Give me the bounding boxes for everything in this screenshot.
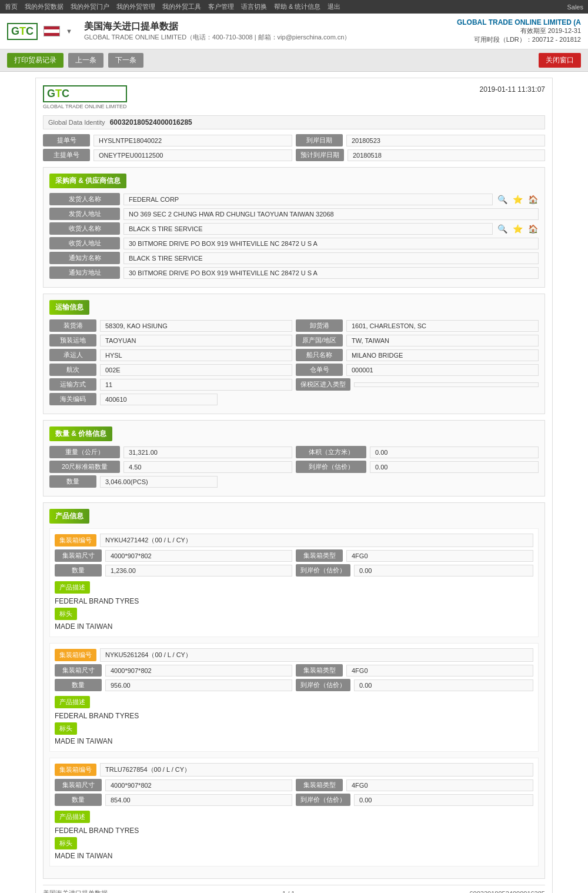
identity-row: Global Data Identity 6003201805240000162… bbox=[43, 115, 545, 129]
consignee-search-icon[interactable]: 🔍 bbox=[496, 223, 508, 235]
doc-header: GTC GLOBAL TRADE ONLINE LIMITED 2019-01-… bbox=[43, 85, 545, 109]
p2-row1: 集装箱尺寸 4000*907*802 集装箱类型 4FG0 bbox=[55, 664, 533, 677]
in-bond-field: 仓单号 000001 bbox=[296, 364, 539, 376]
nav-language[interactable]: 语言切换 bbox=[241, 2, 267, 11]
page-title: 美国海关进口提单数据 bbox=[84, 21, 351, 33]
est-arrival-value: 20180518 bbox=[348, 149, 545, 161]
quantity-price-header: 数量 & 价格信息 bbox=[49, 426, 112, 441]
quantity-value: 3,046.00(PCS) bbox=[100, 476, 218, 488]
container20-field: 20尺标准箱数量 4.50 bbox=[49, 461, 292, 473]
p3-container-no-value: TRLU7627854（00 / L / CY） bbox=[100, 763, 533, 777]
p1-type-label: 集装箱类型 bbox=[296, 549, 343, 562]
p3-qty-field: 数量 854.00 bbox=[55, 794, 292, 806]
departure-port-value: 58309, KAO HSIUNG bbox=[100, 320, 292, 332]
nav-trade-manage[interactable]: 我的外贸管理 bbox=[116, 2, 155, 11]
p3-desc-block: 产品描述 FEDERAL BRAND TYRES 标头 MADE IN TAIW… bbox=[55, 808, 533, 860]
p3-size-field: 集装箱尺寸 4000*907*802 bbox=[55, 779, 292, 791]
transport-row5: 运输方式 11 保税区进入类型 bbox=[49, 378, 539, 391]
p3-container-no-row: 集装箱编号 TRLU7627854（00 / L / CY） bbox=[55, 763, 533, 777]
nav-help[interactable]: 帮助 & 统计信息 bbox=[274, 2, 320, 11]
nav-trade-tools[interactable]: 我的外贸工具 bbox=[162, 2, 201, 11]
p3-price-label: 到岸价（估价） bbox=[296, 794, 350, 806]
p1-container-no-label: 集装箱编号 bbox=[55, 534, 96, 547]
shipper-star-icon[interactable]: ⭐ bbox=[512, 194, 523, 205]
nav-logout[interactable]: 退出 bbox=[328, 2, 340, 11]
p1-price-field: 到岸价（估价） 0.00 bbox=[296, 564, 533, 577]
p1-desc-block: 产品描述 FEDERAL BRAND TYRES 标头 MADE IN TAIW… bbox=[55, 579, 533, 631]
doc-footer-page: 1 / 1 bbox=[282, 890, 295, 894]
voyage-value: 002E bbox=[100, 364, 292, 376]
volume-label: 体积（立方米） bbox=[296, 446, 366, 458]
country-field: 原产国/地区 TW, TAIWAN bbox=[296, 334, 539, 346]
doc-timestamp: 2019-01-11 11:31:07 bbox=[480, 85, 545, 94]
expiry-date: 有效期至 2019-12-31 bbox=[457, 26, 581, 35]
p1-type-field: 集装箱类型 4FG0 bbox=[296, 549, 533, 562]
p2-size-label: 集装箱尺寸 bbox=[55, 664, 102, 677]
voyage-field: 航次 002E bbox=[49, 364, 292, 376]
quantity-price-section: 数量 & 价格信息 重量（公斤） 31,321.00 体积（立方米） 0.00 … bbox=[43, 420, 545, 497]
consignee-addr-value: 30 BITMORE DRIVE PO BOX 919 WHITEVILLE N… bbox=[123, 238, 539, 249]
qty-row2: 20尺标准箱数量 4.50 到岸价（估价） 0.00 bbox=[49, 461, 539, 473]
destination-port-value: 1601, CHARLESTON, SC bbox=[346, 320, 539, 332]
weight-label: 重量（公斤） bbox=[49, 446, 120, 458]
nav-links: 首页 我的外贸数据 我的外贸门户 我的外贸管理 我的外贸工具 客户管理 语言切换… bbox=[5, 2, 340, 11]
buyer-supplier-section: 采购商 & 供应商信息 发货人名称 FEDERAL CORP 🔍 ⭐ 🏠 发货人… bbox=[43, 167, 545, 288]
p2-desc-block: 产品描述 FEDERAL BRAND TYRES 标头 MADE IN TAIW… bbox=[55, 694, 533, 745]
volume-field: 体积（立方米） 0.00 bbox=[296, 446, 539, 458]
ldr-info: 可用时段（LDR）：200712 - 201812 bbox=[457, 35, 581, 44]
main-content: GTC GLOBAL TRADE ONLINE LIMITED 2019-01-… bbox=[0, 72, 588, 893]
p3-type-label: 集装箱类型 bbox=[296, 779, 343, 791]
nav-trade-data[interactable]: 我的外贸数据 bbox=[25, 2, 64, 11]
products-header: 产品信息 bbox=[49, 509, 89, 524]
bill-no-field: 提单号 HYSLNTPE18040022 bbox=[43, 134, 292, 146]
nav-customers[interactable]: 客户管理 bbox=[208, 2, 234, 11]
pre-load-value: TAOYUAN bbox=[100, 335, 292, 346]
header-left: GTC ▼ 美国海关进口提单数据 GLOBAL TRADE ONLINE LIM… bbox=[7, 21, 350, 42]
p1-desc-value: FEDERAL BRAND TYRES bbox=[55, 597, 533, 605]
doc-footer-id: 600320180524000016285 bbox=[470, 890, 545, 894]
p2-price-field: 到岸价（估价） 0.00 bbox=[296, 679, 533, 691]
consignee-addr-row: 收货人地址 30 BITMORE DRIVE PO BOX 919 WHITEV… bbox=[49, 237, 539, 249]
vessel-label: 船只名称 bbox=[296, 349, 343, 361]
shipper-addr-label: 发货人地址 bbox=[49, 208, 120, 220]
container20-label: 20尺标准箱数量 bbox=[49, 461, 120, 473]
departure-port-label: 装货港 bbox=[49, 319, 96, 332]
nav-trade-portal[interactable]: 我的外贸门户 bbox=[71, 2, 109, 11]
p1-type-value: 4FG0 bbox=[346, 550, 533, 562]
p1-mark-value: MADE IN TAIWAN bbox=[55, 622, 533, 631]
p3-container-no-label: 集装箱编号 bbox=[55, 764, 96, 776]
close-button[interactable]: 关闭窗口 bbox=[539, 53, 581, 68]
p1-row1: 集装箱尺寸 4000*907*802 集装箱类型 4FG0 bbox=[55, 549, 533, 562]
us-flag bbox=[44, 26, 60, 36]
print-button[interactable]: 打印贸易记录 bbox=[7, 53, 64, 68]
bonded-type-field: 保税区进入类型 bbox=[296, 378, 539, 391]
notify-name-value: BLACK S TIRE SERVICE bbox=[123, 252, 539, 264]
shipper-home-icon[interactable]: 🏠 bbox=[527, 194, 539, 205]
logo: GTC bbox=[7, 23, 38, 40]
p1-qty-field: 数量 1,236.00 bbox=[55, 564, 292, 577]
consignee-star-icon[interactable]: ⭐ bbox=[512, 223, 523, 235]
next-button[interactable]: 下一条 bbox=[108, 53, 143, 68]
p3-row2: 数量 854.00 到岸价（估价） 0.00 bbox=[55, 794, 533, 806]
p1-size-value: 4000*907*802 bbox=[105, 550, 292, 562]
nav-sales-label: Sales bbox=[567, 4, 583, 11]
prev-button[interactable]: 上一条 bbox=[68, 53, 103, 68]
transport-section: 运输信息 装货港 58309, KAO HSIUNG 卸货港 1601, CHA… bbox=[43, 294, 545, 414]
nav-home[interactable]: 首页 bbox=[5, 2, 18, 11]
p1-price-label: 到岸价（估价） bbox=[296, 564, 350, 577]
p2-desc-label: 产品描述 bbox=[55, 696, 90, 708]
consignee-home-icon[interactable]: 🏠 bbox=[527, 223, 539, 235]
p2-type-field: 集装箱类型 4FG0 bbox=[296, 664, 533, 677]
p2-container-no-value: NYKU5261264（00 / L / CY） bbox=[100, 648, 533, 662]
logo-text: GTC bbox=[7, 23, 38, 40]
identity-value: 600320180524000016285 bbox=[110, 118, 192, 126]
quantity-label: 数量 bbox=[49, 475, 96, 488]
doc-footer-name: 美国海关进口提单数据 bbox=[43, 889, 108, 893]
page-subtitle: GLOBAL TRADE ONLINE LIMITED（电话：400-710-3… bbox=[84, 33, 351, 42]
shipper-search-icon[interactable]: 🔍 bbox=[496, 194, 508, 205]
consignee-name-label: 收货人名称 bbox=[49, 222, 120, 235]
p3-row1: 集装箱尺寸 4000*907*802 集装箱类型 4FG0 bbox=[55, 779, 533, 791]
p3-desc-label: 产品描述 bbox=[55, 811, 90, 823]
consignee-name-value: BLACK S TIRE SERVICE bbox=[123, 223, 493, 235]
doc-logo-text: GTC bbox=[43, 85, 127, 102]
